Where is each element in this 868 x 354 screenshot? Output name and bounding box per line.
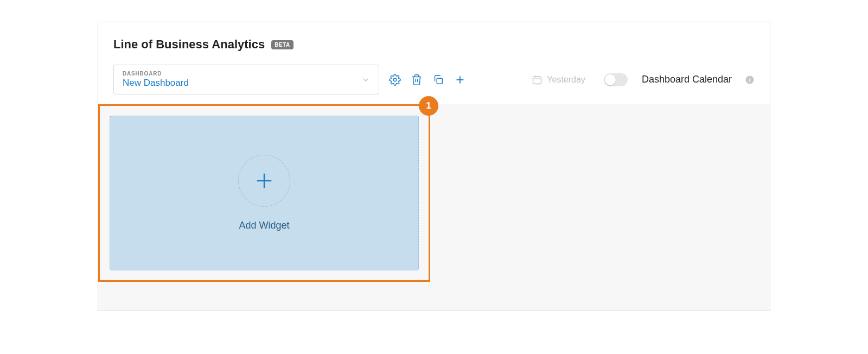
callout-highlight: 1 Add Widget [98,104,430,282]
add-widget-tile[interactable]: Add Widget [110,116,419,270]
dashboard-selector-text: DASHBOARD New Dashboard [123,71,189,88]
svg-rect-10 [749,77,750,78]
chevron-down-icon [361,75,370,84]
dashboard-selector[interactable]: DASHBOARD New Dashboard [113,65,379,94]
toggle-knob [605,74,616,85]
svg-point-0 [393,78,397,81]
calendar-label: Dashboard Calendar [642,74,732,85]
copy-icon[interactable] [432,74,444,86]
app-frame: Line of Business Analytics BETA DASHBOAR… [98,22,770,311]
add-widget-label: Add Widget [239,220,289,231]
dashboard-canvas: 1 Add Widget [98,104,770,311]
toolbar: DASHBOARD New Dashboard [98,55,770,104]
calendar-toggle[interactable] [604,73,628,86]
svg-rect-9 [749,79,750,81]
date-range-control[interactable]: Yesterday [532,74,585,85]
callout-number-badge: 1 [419,96,438,116]
toolbar-icon-row [389,74,466,86]
add-widget-plus-circle [238,155,290,207]
svg-rect-4 [533,77,541,84]
page-header: Line of Business Analytics BETA [98,22,770,55]
gear-icon[interactable] [389,74,401,86]
date-range-label: Yesterday [547,75,585,85]
dashboard-selector-value: New Dashboard [123,78,189,88]
info-icon[interactable] [745,75,755,85]
dashboard-selector-label: DASHBOARD [123,71,189,77]
plus-icon[interactable] [454,74,466,86]
page-title: Line of Business Analytics [113,37,265,52]
beta-badge: BETA [271,40,293,49]
svg-rect-1 [437,78,442,84]
trash-icon[interactable] [411,74,423,86]
calendar-icon [532,74,542,85]
